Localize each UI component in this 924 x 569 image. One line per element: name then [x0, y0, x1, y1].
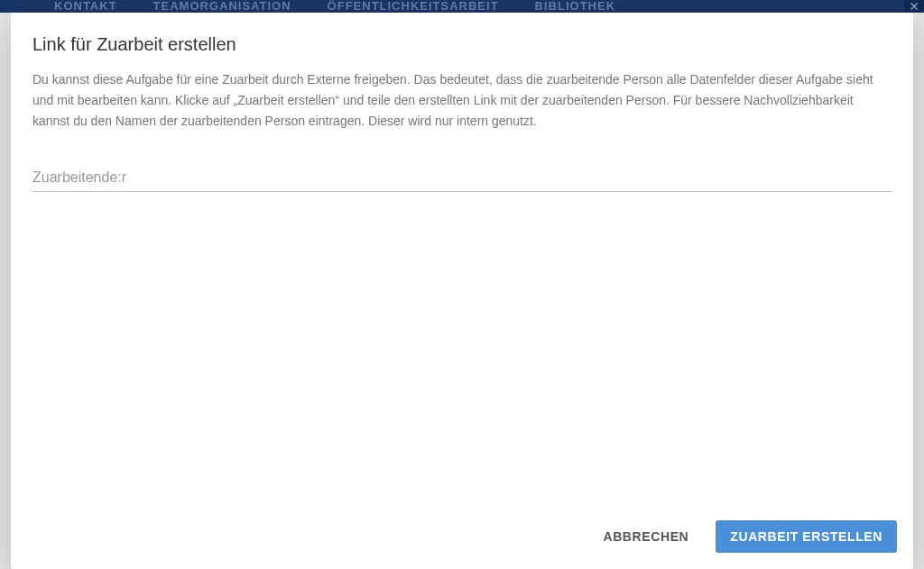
bg-close-icon — [904, 0, 924, 13]
modal-title: Link für Zuarbeit erstellen — [32, 34, 892, 55]
modal-backdrop: Link für Zuarbeit erstellen Du kannst di… — [0, 0, 924, 569]
collaborator-input-wrap — [32, 164, 892, 192]
collaborator-name-input[interactable] — [32, 164, 892, 192]
create-collab-button[interactable]: ZUARBEIT ERSTELLEN — [716, 520, 897, 553]
create-collab-link-modal: Link für Zuarbeit erstellen Du kannst di… — [11, 13, 913, 569]
modal-actions: ABBRECHEN ZUARBEIT ERSTELLEN — [11, 508, 913, 569]
modal-description: Du kannst diese Aufgabe für eine Zuarbei… — [32, 69, 892, 132]
cancel-button[interactable]: ABBRECHEN — [588, 520, 703, 553]
modal-body: Link für Zuarbeit erstellen Du kannst di… — [11, 13, 913, 508]
